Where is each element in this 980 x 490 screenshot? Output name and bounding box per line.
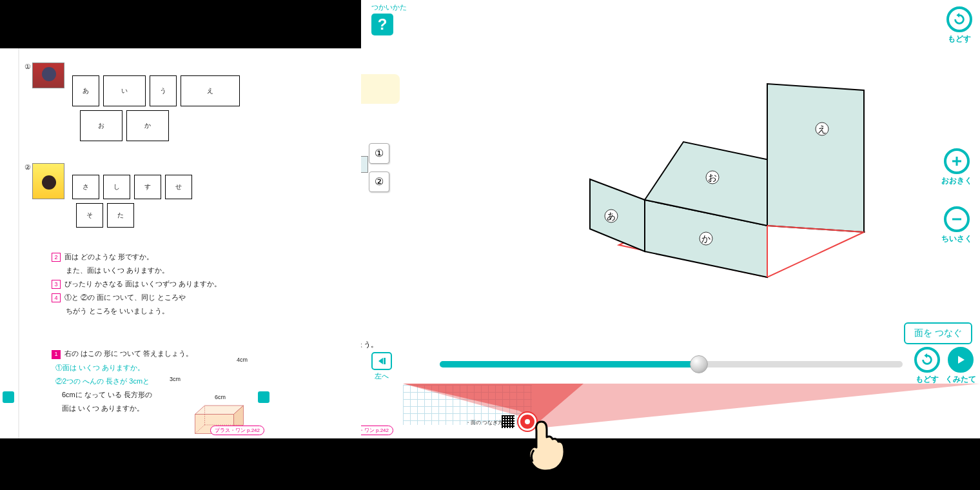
- help-label: つかいかた: [371, 3, 407, 12]
- qr-code[interactable]: [502, 415, 514, 428]
- product-box-yellow: [32, 163, 64, 199]
- product-box-red: [32, 63, 64, 88]
- item-number-1: ①: [24, 63, 31, 71]
- ex-line-2: ②2つの へんの 長さが 3cmと: [55, 377, 150, 385]
- ex-line-1: ①面は いくつ ありますか。: [55, 364, 144, 371]
- q-badge-3: 3: [52, 280, 61, 289]
- dim-4cm: 4cm: [237, 357, 248, 363]
- q4-text-a: ①と ②の 面に ついて、同じ ところや: [64, 293, 186, 301]
- svg-text:お: お: [708, 173, 717, 182]
- reset-icon: [914, 347, 940, 373]
- help-icon: ?: [371, 14, 393, 35]
- play-button[interactable]: くみたて: [945, 347, 976, 385]
- pencil-icon[interactable]: [3, 391, 14, 403]
- diagram-selector-group: ① ②: [369, 143, 393, 200]
- face-i: い: [103, 75, 146, 106]
- svg-text:あ: あ: [607, 211, 616, 221]
- zoom-in-button[interactable]: おおきく: [941, 148, 972, 186]
- svg-marker-28: [958, 356, 965, 364]
- ex-line-3: 6cmに なって いる 長方形の: [62, 391, 152, 398]
- face-ta: た: [107, 203, 134, 228]
- ex-badge: 1: [52, 350, 61, 359]
- svg-marker-25: [378, 358, 383, 364]
- plus-one-ref: プラス・ワン p.242: [210, 426, 264, 435]
- ex-line-4: 面は いくつ ありますか。: [62, 404, 144, 412]
- slider-fill: [440, 361, 699, 368]
- undo-icon: [946, 6, 972, 32]
- q-badge-2: 2: [52, 253, 61, 262]
- ex-title: 右の はこの 形に ついて 答えましょう。: [64, 349, 193, 357]
- dim-3cm: 3cm: [170, 376, 181, 382]
- dim-6cm: 6cm: [215, 394, 226, 400]
- svg-rect-26: [384, 358, 386, 364]
- face-su: す: [134, 175, 161, 199]
- svg-marker-6: [956, 13, 959, 17]
- q3-text: ぴったり かさなる 面は いくつずつ ありますか。: [64, 280, 221, 288]
- face-e: え: [181, 75, 240, 106]
- face-u: う: [150, 75, 177, 106]
- top-black-mask: [0, 0, 361, 48]
- face-sa: さ: [72, 175, 99, 199]
- slider-knob[interactable]: [690, 355, 708, 373]
- hand-icon[interactable]: [258, 391, 270, 403]
- face-a: あ: [72, 75, 99, 106]
- fold-slider[interactable]: [440, 361, 903, 368]
- svg-marker-14: [767, 84, 864, 232]
- svg-marker-27: [924, 353, 927, 358]
- reset-button[interactable]: もどす: [914, 347, 940, 385]
- q-badge-4: 4: [52, 293, 61, 302]
- play-icon: [948, 347, 974, 373]
- face-se: せ: [165, 175, 192, 199]
- svg-text:か: か: [701, 234, 710, 244]
- help-button[interactable]: つかいかた ?: [371, 3, 407, 35]
- connect-faces-button[interactable]: 面を つなぐ: [904, 322, 972, 344]
- textbook-page-left: ① あ い う え お か ② さ し す せ そ た 2面は どのような 形で…: [0, 48, 361, 442]
- left-arrow-icon: [371, 352, 392, 370]
- face-so: そ: [76, 203, 103, 228]
- nav-left-button[interactable]: 左へ: [371, 352, 392, 381]
- caption-text: ・面の つなぎ方: [466, 419, 503, 426]
- q2-text-b: また、面は いくつ ありますか。: [66, 266, 169, 274]
- undo-button[interactable]: もどす: [946, 6, 972, 44]
- face-o: お: [80, 110, 122, 141]
- select-diagram-1[interactable]: ①: [369, 143, 389, 164]
- minus-icon: [944, 206, 970, 232]
- panel-bottom-controls: 面を つなぐ 左へ もどす くみたて: [362, 316, 980, 387]
- pointer-hand-icon: [524, 419, 569, 471]
- face-ka: か: [126, 110, 169, 141]
- face-shi: し: [103, 175, 130, 199]
- q2-text-a: 面は どのような 形ですか。: [64, 253, 153, 260]
- zoom-out-button[interactable]: ちいさく: [941, 206, 972, 244]
- unfolding-box-diagram[interactable]: あ お か え: [535, 39, 922, 309]
- plus-icon: [944, 148, 970, 174]
- select-diagram-2[interactable]: ②: [369, 172, 389, 192]
- svg-text:え: え: [818, 124, 827, 134]
- item-number-2: ②: [24, 163, 31, 172]
- bottom-black-mask: [0, 438, 980, 490]
- q4-text-b: ちがう ところを いいましょう。: [66, 307, 169, 315]
